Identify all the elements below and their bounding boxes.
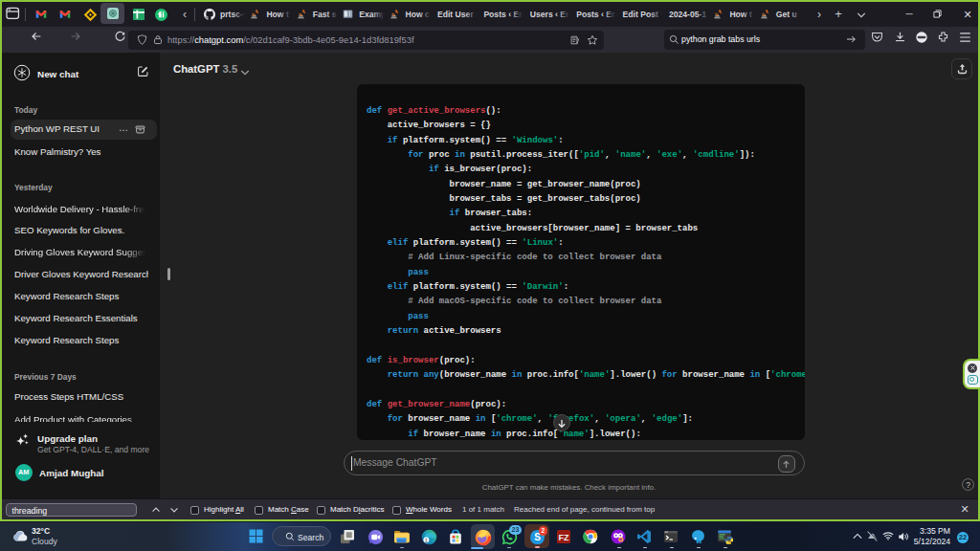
svg-text:FZ: FZ <box>559 532 569 541</box>
